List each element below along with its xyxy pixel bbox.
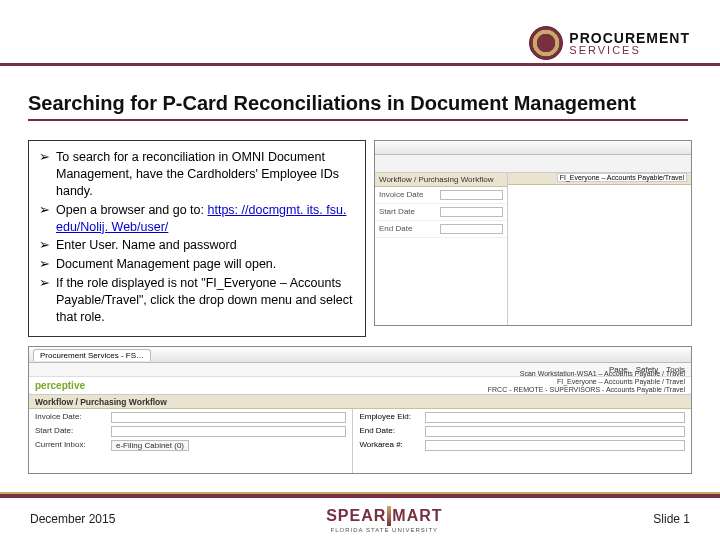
window-titlebar — [375, 141, 691, 155]
bullet-arrow-icon: ➢ — [39, 202, 50, 236]
field-label: Start Date: — [35, 426, 105, 437]
field-label: End Date — [379, 224, 434, 234]
list-item-text: Document Management page will open. — [56, 256, 276, 273]
logo-sub: FLORIDA STATE UNIVERSITY — [331, 527, 438, 533]
list-item-text: If the role displayed is not "FI_Everyon… — [56, 275, 355, 326]
invoice-date-field[interactable] — [440, 190, 503, 200]
workflow-header: Workflow / Purchasing Workflow — [29, 395, 691, 409]
logo-left: SPEAR — [326, 508, 386, 524]
logo-right: MART — [392, 508, 442, 524]
invoice-date-field[interactable] — [111, 412, 346, 423]
list-item-text: Open a browser and go to: — [56, 203, 207, 217]
employee-id-field[interactable] — [425, 412, 685, 423]
field-label: Workarea #: — [359, 440, 419, 451]
field-label: Invoice Date: — [35, 412, 105, 423]
bullet-arrow-icon: ➢ — [39, 237, 50, 254]
bullet-arrow-icon: ➢ — [39, 256, 50, 273]
brand-top: PROCUREMENT — [569, 31, 690, 45]
field-label: Invoice Date — [379, 190, 434, 200]
field-label: Current Inbox: — [35, 440, 105, 451]
slide-number: Slide 1 — [653, 512, 690, 526]
list-item: ➢ Document Management page will open. — [39, 256, 355, 273]
screenshot-top: FI_Everyone – Accounts Payable/Travel Wo… — [374, 140, 692, 326]
role-option[interactable]: Scan Workstation-WSA1 – Accounts Payable… — [488, 370, 685, 377]
workflow-header: Workflow / Purchasing Workflow — [375, 173, 507, 187]
brand-bottom: SERVICES — [569, 45, 690, 56]
browser-toolbar — [375, 155, 691, 173]
role-dropdown[interactable]: FI_Everyone – Accounts Payable/Travel — [557, 173, 687, 182]
spear-icon — [387, 506, 391, 526]
list-item: ➢ Enter User. Name and password — [39, 237, 355, 254]
browser-tab[interactable]: Procurement Services - FS… — [33, 349, 151, 361]
screenshot-bottom: Procurement Services - FS… Page Safety T… — [28, 346, 692, 474]
start-date-field[interactable] — [440, 207, 503, 217]
field-label: Start Date — [379, 207, 434, 217]
end-date-field[interactable] — [440, 224, 503, 234]
field-label: Employee Eid: — [359, 412, 419, 423]
footer-logo: SPEAR MART FLORIDA STATE UNIVERSITY — [326, 506, 442, 533]
role-option[interactable]: FRCC - REMOTE - SUPERVISORS - Accounts P… — [488, 386, 685, 393]
end-date-field[interactable] — [425, 426, 685, 437]
bullet-arrow-icon: ➢ — [39, 275, 50, 326]
list-item: ➢ If the role displayed is not "FI_Every… — [39, 275, 355, 326]
list-item-text: To search for a reconciliation in OMNI D… — [56, 149, 355, 200]
list-item-text: Enter User. Name and password — [56, 237, 237, 254]
page-title: Searching for P-Card Reconciliations in … — [28, 92, 688, 121]
field-label: End Date: — [359, 426, 419, 437]
current-inbox-value[interactable]: e-Filing Cabinet (0) — [111, 440, 189, 451]
list-item: ➢ Open a browser and go to: https: //doc… — [39, 202, 355, 236]
app-brand: perceptive — [35, 380, 85, 391]
header-divider — [0, 63, 720, 66]
list-item: ➢ To search for a reconciliation in OMNI… — [39, 149, 355, 200]
header-logo: PROCUREMENT SERVICES — [529, 26, 690, 60]
start-date-field[interactable] — [111, 426, 346, 437]
workarea-field[interactable] — [425, 440, 685, 451]
instruction-list: ➢ To search for a reconciliation in OMNI… — [28, 140, 366, 337]
footer-date: December 2015 — [30, 512, 115, 526]
footer: December 2015 SPEAR MART FLORIDA STATE U… — [0, 498, 720, 540]
seal-icon — [529, 26, 563, 60]
bullet-arrow-icon: ➢ — [39, 149, 50, 200]
role-option[interactable]: FI_Everyone – Accounts Payable / Travel — [488, 378, 685, 385]
